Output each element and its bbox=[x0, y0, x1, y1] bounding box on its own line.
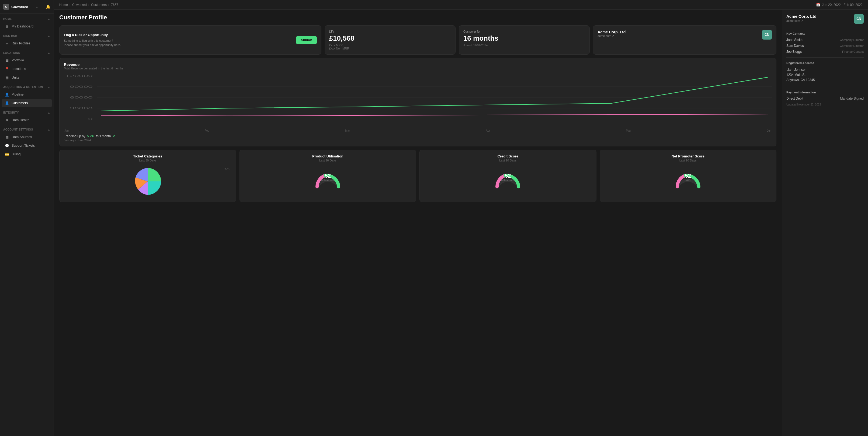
contact-row-jane: Jane Smith Company Director bbox=[786, 38, 864, 42]
sidebar-section-home[interactable]: HOME ▲ bbox=[0, 14, 54, 22]
breadcrumb-customers[interactable]: Customers bbox=[91, 3, 107, 7]
revenue-title: Revenue bbox=[64, 62, 772, 67]
x-label-jan: Jan bbox=[64, 129, 69, 132]
payment-row: Direct Debit Mandate Signed bbox=[786, 97, 864, 100]
sidebar-section-acqret-label: ACQUISITION & RETENTION bbox=[3, 86, 43, 89]
org-icon: C bbox=[3, 4, 9, 10]
sidebar-item-customers[interactable]: 👤 Customers bbox=[2, 99, 52, 107]
company-full-name: Acme Corp. Ltd bbox=[786, 14, 816, 19]
billing-icon: 💳 bbox=[5, 152, 9, 156]
topbar: Home › Coworked › Customers › 7657 📅 Jan… bbox=[54, 0, 868, 10]
company-avatar-main: CN bbox=[854, 14, 864, 24]
sidebar-item-risk-profiles[interactable]: △ Risk Profiles bbox=[2, 39, 52, 47]
chart-area: 120000 90000 60000 30000 0 bbox=[64, 73, 772, 127]
contact-role-joe: Finance Contact bbox=[842, 50, 864, 53]
svg-text:0: 0 bbox=[88, 118, 93, 121]
svg-text:90000: 90000 bbox=[70, 85, 93, 88]
sidebar-item-my-dashboard[interactable]: ⊞ My Dashboard bbox=[2, 22, 52, 30]
trending-text: Trending up by bbox=[64, 134, 85, 138]
divider1 bbox=[786, 28, 864, 28]
updated-text: Updated November 23, 2023 bbox=[786, 103, 864, 106]
sidebar-item-label: Risk Profiles bbox=[11, 41, 30, 45]
units-icon: ▦ bbox=[5, 75, 9, 80]
top-cards-row: Flag a Risk or Opportunity Something to … bbox=[59, 25, 776, 55]
registered-address-label: Registered Address bbox=[786, 61, 864, 65]
submit-button[interactable]: Submit bbox=[296, 36, 317, 44]
sidebar-item-support-tickets[interactable]: 💬 Support Tickets bbox=[2, 141, 52, 149]
right-panel: Acme Corp. Ltd acme.com ↗ CN Key Contact… bbox=[782, 10, 868, 436]
x-label-may: May bbox=[626, 129, 631, 132]
nps-center: 52 NPS bbox=[685, 173, 691, 182]
sidebar-item-label: My Dashboard bbox=[11, 25, 33, 28]
org-chevron-icon[interactable]: ⌄ bbox=[36, 5, 38, 8]
pipeline-icon: 👤 bbox=[5, 92, 9, 97]
prod-util-gauge: 52 Utilisation % bbox=[244, 165, 412, 192]
credit-score-value: 52 bbox=[505, 173, 511, 179]
sidebar-item-data-sources[interactable]: ▦ Data Sources bbox=[2, 133, 52, 141]
x-label-apr: Apr bbox=[486, 129, 490, 132]
sidebar-item-label: Locations bbox=[11, 67, 26, 71]
sidebar-home-chevron: ▲ bbox=[48, 18, 51, 21]
sidebar-section-acq-ret[interactable]: ACQUISITION & RETENTION ▲ bbox=[0, 82, 54, 90]
sidebar-section-integrity[interactable]: INTEGRITY ▲ bbox=[0, 107, 54, 116]
sidebar-integrity-chevron: ▲ bbox=[48, 111, 51, 114]
sidebar-item-locations[interactable]: 📍 Locations bbox=[2, 65, 52, 73]
sidebar-item-label: Units bbox=[11, 76, 19, 79]
external-link-icon: ↗ bbox=[612, 34, 614, 37]
content-main: Customer Profile Flag a Risk or Opportun… bbox=[54, 10, 782, 436]
sidebar-item-billing[interactable]: 💳 Billing bbox=[2, 150, 52, 158]
dashboard-icon: ⊞ bbox=[5, 24, 9, 29]
nps-gauge: 52 NPS bbox=[604, 165, 772, 192]
sidebar-section-accsettings-label: ACCOUNT SETTINGS bbox=[3, 128, 33, 131]
external-link-icon2: ↗ bbox=[801, 20, 803, 22]
breadcrumb-home[interactable]: Home bbox=[59, 3, 68, 7]
credit-score-sub: Last 90 Days bbox=[424, 159, 592, 162]
address-line1: 1234 Main St. bbox=[786, 73, 806, 77]
nps-label: NPS bbox=[685, 179, 690, 182]
svg-text:30000: 30000 bbox=[70, 107, 93, 110]
company-url-link[interactable]: acme.com bbox=[786, 19, 800, 22]
payment-method: Direct Debit bbox=[786, 97, 803, 100]
sidebar-accsettings-chevron: ▲ bbox=[48, 128, 51, 131]
content-area: Customer Profile Flag a Risk or Opportun… bbox=[54, 10, 868, 436]
customer-for-value: 16 months bbox=[463, 34, 585, 42]
contact-row-sam: Sam Davies Company Director bbox=[786, 44, 864, 47]
portfolio-icon: ▦ bbox=[5, 58, 9, 62]
svg-text:60000: 60000 bbox=[70, 96, 93, 99]
customer-for-sub: Joined 01/01/2024 bbox=[463, 44, 585, 47]
ticket-count: 275 bbox=[224, 167, 229, 171]
ltv-label: LTV bbox=[329, 30, 451, 33]
trending-date: January - June 2024 bbox=[64, 139, 772, 142]
sidebar-item-label: Support Tickets bbox=[11, 144, 35, 147]
breadcrumb-coworked[interactable]: Coworked bbox=[72, 3, 87, 7]
prod-util-value: 52 bbox=[325, 173, 331, 179]
ticket-cat-title: Ticket Categories bbox=[64, 154, 232, 158]
sidebar-riskhub-chevron: ▲ bbox=[48, 34, 51, 37]
bell-icon[interactable]: 🔔 bbox=[46, 5, 51, 9]
company-url-card: acme.com ↗ bbox=[597, 34, 625, 37]
x-label-feb: Feb bbox=[205, 129, 209, 132]
payment-info-label: Payment Information bbox=[786, 91, 864, 94]
sidebar-item-pipeline[interactable]: 👤 Pipeline bbox=[2, 91, 52, 99]
sidebar-item-portfolio[interactable]: ▦ Portfolio bbox=[2, 56, 52, 64]
sidebar-item-data-health[interactable]: ♥ Data Health bbox=[2, 116, 52, 124]
contact-role-sam: Company Director bbox=[840, 44, 864, 47]
risk-icon: △ bbox=[5, 41, 9, 45]
breadcrumb-sep1: › bbox=[69, 3, 70, 7]
sidebar-section-locations[interactable]: LOCATIONS ▲ bbox=[0, 47, 54, 56]
org-name: Coworked bbox=[11, 5, 28, 9]
sidebar-item-label: Portfolio bbox=[11, 58, 24, 62]
contact-role-jane: Company Director bbox=[840, 38, 864, 41]
ltv-value: £10,568 bbox=[329, 34, 451, 42]
prod-util-title: Product Utilisation bbox=[244, 154, 412, 158]
ltv-sub1: £xxx MRR, bbox=[329, 44, 451, 47]
sidebar-section-account-settings[interactable]: ACCOUNT SETTINGS ▲ bbox=[0, 124, 54, 133]
company-name-card: Acme Corp. Ltd bbox=[597, 30, 625, 34]
sidebar-section-risk-hub[interactable]: RISK HUB ▲ bbox=[0, 31, 54, 39]
sidebar-section-locations-label: LOCATIONS bbox=[3, 52, 20, 54]
x-label-mar: Mar bbox=[345, 129, 350, 132]
sidebar-item-units[interactable]: ▦ Units bbox=[2, 73, 52, 81]
trending-suffix: this month bbox=[96, 134, 111, 138]
page-title: Customer Profile bbox=[59, 14, 776, 21]
ltv-card: LTV £10,568 £xxx MRR, £xxx Non-MRR bbox=[324, 25, 456, 55]
